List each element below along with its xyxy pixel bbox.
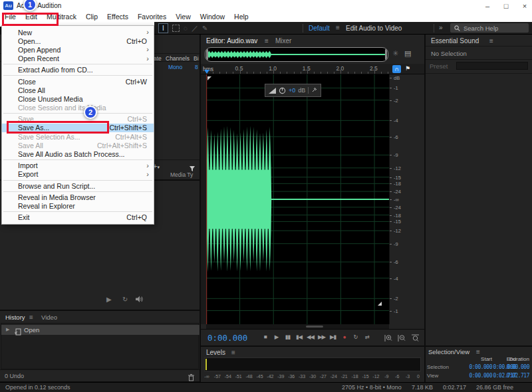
ruler-tick	[388, 72, 388, 74]
menu-item-open[interactable]: Open...Ctrl+O	[2, 37, 154, 45]
menu-item-new[interactable]: New›	[2, 28, 154, 37]
media-type-filter-label[interactable]: Media Ty	[170, 171, 193, 178]
stop-button[interactable]: ■	[259, 334, 271, 340]
menu-item-reveal-in-explorer[interactable]: Reveal in Explorer	[2, 201, 154, 210]
history-panel-menu-icon[interactable]: ≡	[29, 314, 33, 321]
menubar-item-view[interactable]: View	[171, 12, 196, 22]
preview-play-icon[interactable]: ▶	[106, 296, 112, 303]
play-button[interactable]: ▶	[271, 334, 282, 340]
editor-left-gutter	[201, 74, 206, 324]
overview-right-handle[interactable]	[385, 49, 387, 60]
workspace-default[interactable]: Default	[309, 25, 330, 32]
zoom-out-button[interactable]	[398, 333, 406, 345]
fast-forward-button[interactable]: ▶▶	[316, 334, 327, 340]
preview-loop-icon[interactable]: ↻	[122, 296, 128, 303]
menu-item-close-session-and-its-media: Close Session and its Media	[2, 104, 154, 112]
ruler-tick	[354, 72, 355, 74]
menu-item-import[interactable]: Import›	[2, 161, 154, 170]
zoom-in-button[interactable]	[384, 333, 393, 345]
snap-icon[interactable]: ∩	[392, 65, 401, 73]
overview-left-handle[interactable]	[206, 49, 208, 60]
workspace-edit-audio-to-video[interactable]: Edit Audio to Video	[346, 25, 402, 32]
menu-item-save-all-audio-as-batch-process[interactable]: Save All Audio as Batch Process...	[2, 149, 154, 158]
zoom-full-button[interactable]	[411, 333, 420, 345]
marquee-selection-tool-icon[interactable]	[172, 25, 180, 32]
workspace-overflow-chevron[interactable]: »	[439, 24, 443, 31]
db-label: -18	[394, 181, 401, 187]
levels-panel-menu-icon[interactable]: ≡	[231, 349, 235, 356]
column-bit-depth[interactable]: Bi	[194, 55, 199, 62]
menubar-item-favorites[interactable]: Favorites	[133, 12, 171, 22]
horizontal-scrollbar[interactable]	[206, 324, 389, 329]
selection-row-label: Selection	[427, 364, 449, 370]
db-tick	[390, 191, 392, 192]
tab-mixer[interactable]: Mixer	[275, 37, 291, 45]
workspace-menu-icon[interactable]: ≡	[336, 24, 340, 31]
rewind-button[interactable]: ◀◀	[305, 334, 316, 340]
db-label: -24	[394, 205, 401, 211]
time-display[interactable]: 0:00.000	[207, 333, 247, 343]
db-tick	[390, 100, 392, 101]
menubar-item-window[interactable]: Window	[196, 12, 229, 22]
preset-dropdown[interactable]	[456, 62, 528, 70]
loop-playback-button[interactable]: ↻	[350, 334, 361, 340]
menu-item-label: Save All	[18, 142, 43, 149]
overview-display-icon[interactable]: ▤	[404, 49, 411, 58]
menu-item-shortcut: Ctrl+S	[128, 115, 147, 123]
selection-view-menu-icon[interactable]: ≡	[476, 348, 480, 355]
overview-options-icon[interactable]: ✳	[392, 49, 398, 58]
menu-item-close-all[interactable]: Close All	[2, 86, 154, 94]
essential-sound-menu-icon[interactable]: ≡	[489, 37, 493, 45]
menu-item-open-recent[interactable]: Open Recent›	[2, 54, 154, 63]
waveform-overview-navigator[interactable]	[205, 47, 388, 62]
column-channels[interactable]: Channels	[166, 55, 190, 62]
gain-knob-icon[interactable]	[279, 87, 286, 94]
history-entry-open[interactable]: ▶ Open	[1, 325, 200, 335]
hud-gain-value[interactable]: +0	[289, 87, 295, 94]
db-tick	[390, 155, 392, 155]
tab-editor-audio-wav[interactable]: Editor: Audio.wav	[206, 37, 257, 45]
tab-video[interactable]: Video	[41, 314, 57, 321]
db-label: -12	[394, 228, 401, 234]
menubar-item-clip[interactable]: Clip	[81, 12, 102, 22]
timeline-ruler[interactable]: hms 0.51.01.52.02.5	[201, 64, 424, 74]
waveform-display[interactable]	[206, 74, 389, 324]
playhead-marker[interactable]	[204, 70, 209, 74]
menu-item-extract-audio-from-cd[interactable]: Extract Audio from CD...	[2, 66, 154, 74]
menu-item-export[interactable]: Export›	[2, 170, 154, 179]
pause-button[interactable]: ▮▮	[282, 334, 293, 340]
menu-item-close-unused-media[interactable]: Close Unused Media	[2, 94, 154, 103]
lasso-selection-tool-icon[interactable]: ◌	[184, 25, 188, 32]
menu-item-close[interactable]: CloseCtrl+W	[2, 77, 154, 86]
maximize-button[interactable]: □	[497, 1, 515, 11]
time-selection-tool-icon[interactable]: I	[158, 23, 168, 33]
menu-item-reveal-in-media-browser[interactable]: Reveal in Media Browser	[2, 193, 154, 201]
spot-healing-tool-icon[interactable]: ✎	[202, 25, 207, 32]
menu-item-exit[interactable]: ExitCtrl+Q	[2, 213, 154, 222]
volume-hud[interactable]: +0 dB	[265, 84, 321, 97]
search-help-input[interactable]: Search Help	[450, 23, 529, 33]
skip-to-start-button[interactable]: ▮◀	[293, 334, 305, 340]
editor-panel-menu-icon[interactable]: ≡	[265, 37, 269, 45]
view-duration-value[interactable]: 0:02.717	[500, 373, 529, 379]
marker-icon[interactable]: ⚑	[405, 65, 410, 72]
close-button[interactable]: ×	[516, 1, 532, 11]
minimize-button[interactable]: –	[479, 1, 496, 11]
menu-item-open-append[interactable]: Open Append›	[2, 45, 154, 54]
hud-pin-icon[interactable]	[308, 87, 317, 94]
scrollbar-thumb[interactable]	[306, 326, 323, 328]
menubar-item-effects[interactable]: Effects	[102, 12, 133, 22]
paintbrush-tool-icon[interactable]: ／	[192, 24, 198, 33]
menu-item-label: Save Selection As...	[18, 133, 80, 141]
menubar-item-help[interactable]: Help	[229, 12, 253, 22]
amplitude-db-scale[interactable]: dB-1-1-2-2-4-4-6-6-9-9-12-12-15-15-18-18…	[389, 74, 408, 324]
preview-volume-icon[interactable]	[136, 296, 144, 304]
skip-to-end-button[interactable]: ▶▮	[327, 334, 338, 340]
skip-selection-button[interactable]: ⇄	[361, 334, 372, 340]
selection-duration-value[interactable]: 0:00.000	[500, 364, 529, 370]
record-button[interactable]: ●	[338, 334, 350, 340]
tab-history[interactable]: History	[5, 314, 25, 321]
column-sample-rate[interactable]: ate	[154, 55, 162, 62]
menu-item-browse-and-run-script[interactable]: Browse and Run Script...	[2, 181, 154, 190]
tools-toolbar: I ◌ ／ ✎ Default ≡ Edit Audio to Video » …	[154, 22, 532, 35]
